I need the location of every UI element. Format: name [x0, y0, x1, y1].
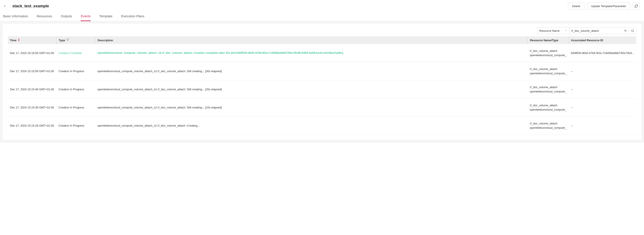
cell-associated-id: 040ff53f-d630-47b8-9f1e-7c9459edfdb7/93c…	[569, 44, 636, 62]
column-header-type[interactable]: Type	[56, 36, 95, 44]
cell-resource: rf_doc_volume_attachopentelekomcloud_com…	[528, 117, 569, 135]
cell-associated-id: --	[569, 80, 636, 98]
tab-execution-plans[interactable]: Execution Plans	[121, 13, 144, 21]
cell-description: opentelekomcloud_compute_volume_attach_v…	[95, 62, 528, 80]
tab-outputs[interactable]: Outputs	[61, 13, 72, 21]
tab-bar: Basic Information Resources Outputs Even…	[0, 12, 644, 21]
table-row: Dec 17, 2024 15:15:38 GMT+01:00Creation …	[8, 98, 636, 117]
cell-description: opentelekomcloud_compute_volume_attach_v…	[95, 44, 528, 62]
cell-time: Dec 17, 2024 15:15:48 GMT+01:00	[8, 80, 56, 98]
delete-button[interactable]: Delete	[568, 2, 584, 10]
column-header-time[interactable]: Time	[8, 36, 56, 44]
cell-resource: rf_doc_volume_attachopentelekomcloud_com…	[528, 98, 569, 117]
table-row: Dec 17, 2024 15:16:00 GMT+01:00Creation …	[8, 44, 636, 62]
cell-resource: rf_doc_volume_attachopentelekomcloud_com…	[528, 44, 569, 62]
events-table: Time Type	[8, 36, 636, 135]
table-row: Dec 17, 2024 15:15:48 GMT+01:00Creation …	[8, 80, 636, 98]
svg-line-3	[633, 31, 634, 32]
search-icon[interactable]	[631, 29, 634, 32]
header-actions: Delete Update Template/Parameter	[568, 2, 640, 10]
cell-type: Creation In Progress	[56, 62, 95, 80]
table-row: Dec 17, 2024 15:15:58 GMT+01:00Creation …	[8, 62, 636, 80]
chevron-down-icon	[564, 29, 567, 32]
tab-basic-information[interactable]: Basic Information	[3, 13, 28, 21]
clear-icon[interactable]	[624, 29, 627, 32]
sort-icon	[18, 39, 20, 42]
svg-marker-6	[66, 39, 69, 41]
svg-point-2	[632, 30, 634, 32]
filter-field-select[interactable]: Resource Name	[537, 27, 569, 34]
filter-bar: Resource Name	[8, 27, 636, 34]
table-row: Dec 17, 2024 15:15:28 GMT+01:00Creation …	[8, 117, 636, 135]
cell-time: Dec 17, 2024 15:16:00 GMT+01:00	[8, 44, 56, 62]
refresh-button[interactable]	[633, 2, 640, 10]
header-left: stack_test_example	[2, 4, 49, 8]
tab-template[interactable]: Template	[99, 13, 112, 21]
page-header: stack_test_example Delete Update Templat…	[0, 0, 644, 12]
cell-associated-id: --	[569, 62, 636, 80]
svg-marker-4	[18, 39, 20, 40]
cell-time: Dec 17, 2024 15:15:58 GMT+01:00	[8, 62, 56, 80]
cell-description: opentelekomcloud_compute_volume_attach_v…	[95, 117, 528, 135]
cell-associated-id: --	[569, 98, 636, 117]
cell-resource: rf_doc_volume_attachopentelekomcloud_com…	[528, 62, 569, 80]
cell-time: Dec 17, 2024 15:15:28 GMT+01:00	[8, 117, 56, 135]
cell-type: Creation In Progress	[56, 80, 95, 98]
svg-marker-5	[18, 40, 20, 41]
cell-associated-id: --	[569, 117, 636, 135]
back-button[interactable]	[2, 4, 7, 8]
tab-resources[interactable]: Resources	[37, 13, 52, 21]
page-title: stack_test_example	[12, 4, 49, 8]
tab-events[interactable]: Events	[81, 13, 91, 21]
filter-icon	[66, 38, 69, 42]
cell-description: opentelekomcloud_compute_volume_attach_v…	[95, 80, 528, 98]
column-header-associated: Associated Resource ID	[569, 36, 636, 44]
cell-type: Creation Complete	[56, 44, 95, 62]
events-panel: Resource Name	[2, 24, 642, 140]
cell-resource: rf_doc_volume_attachopentelekomcloud_com…	[528, 80, 569, 98]
cell-time: Dec 17, 2024 15:15:38 GMT+01:00	[8, 98, 56, 117]
search-box	[569, 27, 636, 34]
update-template-button[interactable]: Update Template/Parameter	[587, 2, 630, 10]
content-area: Resource Name	[0, 21, 644, 142]
cell-type: Creation In Progress	[56, 98, 95, 117]
cell-type: Creation In Progress	[56, 117, 95, 135]
column-header-description: Description	[95, 36, 528, 44]
filter-field-label: Resource Name	[539, 29, 560, 32]
search-input[interactable]	[571, 29, 624, 32]
cell-description: opentelekomcloud_compute_volume_attach_v…	[95, 98, 528, 117]
column-header-resource: Resource Name/Type	[528, 36, 569, 44]
divider	[10, 4, 10, 8]
